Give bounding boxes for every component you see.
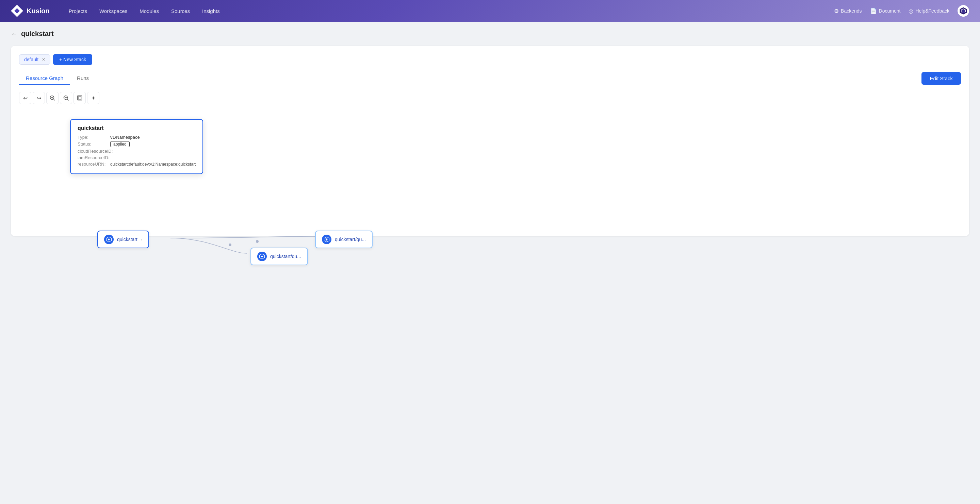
navbar: Kusion Projects Workspaces Modules Sourc… <box>0 0 980 22</box>
svg-point-9 <box>229 244 231 246</box>
main-nav: Projects Workspaces Modules Sources Insi… <box>63 5 834 17</box>
backends-label: Backends <box>841 8 862 14</box>
brand-name: Kusion <box>27 7 50 15</box>
stack-tab-label: default <box>24 57 38 62</box>
svg-line-28 <box>325 239 326 239</box>
nav-modules[interactable]: Modules <box>134 5 164 17</box>
zoom-out-icon <box>63 95 69 101</box>
svg-line-31 <box>327 239 328 239</box>
kubernetes-icon-1 <box>106 236 112 242</box>
navbar-right: ⚙ Backends 📄 Document ◎ Help&Feedback <box>834 5 969 17</box>
document-icon: 📄 <box>870 8 877 14</box>
user-avatar[interactable] <box>958 5 969 17</box>
logo-inner <box>14 8 20 14</box>
graph-area: quickstart Type: v1/Namespace Status: ap… <box>19 112 961 228</box>
tooltip-type-value: v1/Namespace <box>110 135 140 140</box>
node-label-3: quickstart/qu... <box>335 237 366 242</box>
tooltip-type-row: Type: v1/Namespace <box>78 135 196 140</box>
node-label-1: quickstart <box>117 237 137 242</box>
node-icon-1 <box>104 235 114 244</box>
svg-line-5 <box>67 99 68 100</box>
svg-rect-8 <box>78 97 81 99</box>
document-label: Document <box>879 8 901 14</box>
tooltip-title: quickstart <box>78 125 196 131</box>
node-icon-3 <box>322 235 331 244</box>
tooltip-urn-label: resourceURN: <box>78 162 108 166</box>
help-label: Help&Feedback <box>915 8 950 14</box>
logo[interactable]: Kusion <box>11 5 50 17</box>
svg-line-21 <box>261 256 261 256</box>
help-btn[interactable]: ◎ Help&Feedback <box>908 8 950 14</box>
svg-line-29 <box>327 240 328 240</box>
document-btn[interactable]: 📄 Document <box>870 8 901 14</box>
back-button[interactable]: ← <box>11 30 18 38</box>
kubernetes-icon-3 <box>324 236 330 242</box>
view-tabs: Resource Graph Runs Edit Stack <box>19 72 961 85</box>
node-expand-indicator: › <box>141 238 142 241</box>
edit-stack-button[interactable]: Edit Stack <box>921 72 961 85</box>
tab-resource-graph[interactable]: Resource Graph <box>19 72 70 85</box>
stack-tab-default[interactable]: default ✕ <box>19 54 50 65</box>
tooltip-status-label: Status: <box>78 141 108 147</box>
svg-line-24 <box>263 256 263 256</box>
logo-diamond <box>11 5 23 17</box>
layout-button[interactable]: ✦ <box>87 92 99 104</box>
tooltip-type-label: Type: <box>78 135 108 140</box>
node-icon-2 <box>257 252 267 261</box>
stack-tab-close[interactable]: ✕ <box>42 57 45 62</box>
zoom-in-button[interactable] <box>46 92 59 104</box>
tooltip-iam-label: iamResourceID: <box>78 155 109 160</box>
svg-line-15 <box>110 240 110 240</box>
svg-line-14 <box>108 239 108 239</box>
tooltip-iam-row: iamResourceID: <box>78 155 196 160</box>
node-tooltip: quickstart Type: v1/Namespace Status: ap… <box>70 119 203 174</box>
tooltip-cloud-row: cloudResourceID: <box>78 149 196 154</box>
tooltip-cloud-label: cloudResourceID: <box>78 149 113 154</box>
stack-tabs-row: default ✕ + New Stack <box>19 54 961 65</box>
svg-line-30 <box>325 240 326 240</box>
zoom-out-button[interactable] <box>60 92 72 104</box>
tooltip-urn-value: quickstart:default:dev:v1:Namespace:quic… <box>110 162 196 166</box>
node-label-2: quickstart/qu... <box>270 254 301 259</box>
nav-projects[interactable]: Projects <box>63 5 92 17</box>
svg-line-16 <box>108 240 108 240</box>
main-content: ← quickstart default ✕ + New Stack Resou… <box>0 22 980 244</box>
graph-node-2[interactable]: quickstart/qu... <box>250 247 308 265</box>
svg-line-1 <box>53 99 55 100</box>
status-badge: applied <box>110 141 130 147</box>
new-stack-button[interactable]: + New Stack <box>53 54 92 65</box>
svg-point-18 <box>261 256 263 257</box>
fit-view-button[interactable] <box>73 92 86 104</box>
page-title: quickstart <box>21 30 54 38</box>
tooltip-urn-row: resourceURN: quickstart:default:dev:v1:N… <box>78 162 196 166</box>
backends-btn[interactable]: ⚙ Backends <box>834 8 862 14</box>
svg-point-25 <box>326 239 328 241</box>
nav-insights[interactable]: Insights <box>197 5 225 17</box>
help-icon: ◎ <box>908 8 913 14</box>
breadcrumb: ← quickstart <box>11 30 969 38</box>
tab-runs[interactable]: Runs <box>70 72 95 85</box>
main-card: default ✕ + New Stack Resource Graph Run… <box>11 46 969 236</box>
undo-button[interactable]: ↩ <box>19 92 31 104</box>
svg-point-11 <box>108 239 110 241</box>
nav-workspaces[interactable]: Workspaces <box>94 5 133 17</box>
tooltip-status-row: Status: applied <box>78 141 196 147</box>
gear-icon: ⚙ <box>834 8 839 14</box>
kubernetes-icon-2 <box>259 254 265 260</box>
zoom-in-icon <box>50 95 55 101</box>
svg-point-10 <box>256 240 259 243</box>
fit-view-icon <box>77 95 82 101</box>
redo-button[interactable]: ↪ <box>33 92 45 104</box>
nav-sources[interactable]: Sources <box>166 5 195 17</box>
graph-node-3[interactable]: quickstart/qu... <box>315 231 372 248</box>
svg-line-17 <box>110 239 110 239</box>
graph-toolbar: ↩ ↪ <box>19 92 961 104</box>
graph-node-1[interactable]: quickstart › <box>97 231 149 248</box>
avatar-icon <box>959 6 968 16</box>
